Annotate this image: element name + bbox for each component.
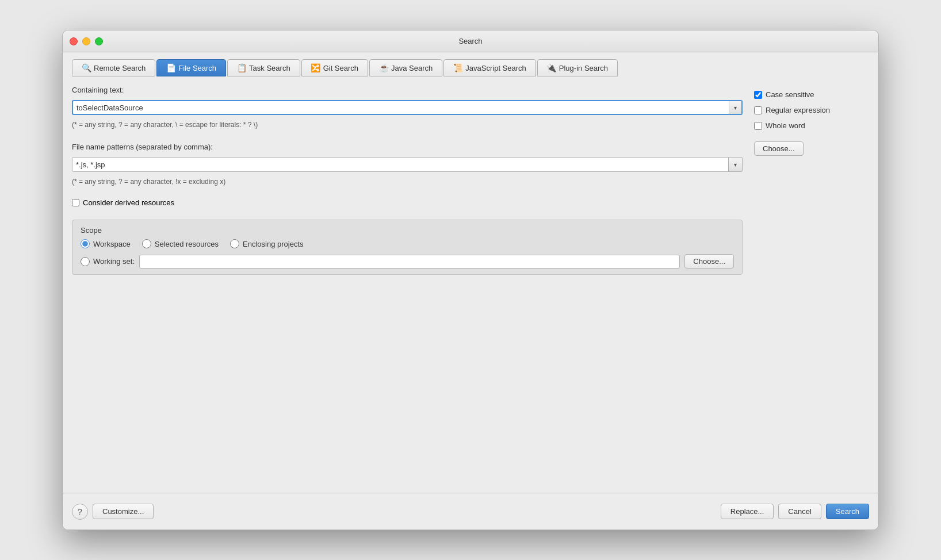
scope-radios: Workspace Selected resources Enclosing p… [81,239,734,248]
scope-working-set-radio-row: Working set: [81,257,135,266]
customize-button[interactable]: Customize... [93,504,154,519]
remote-search-icon: 🔍 [82,63,91,72]
titlebar: Search [63,30,878,52]
containing-text-input[interactable] [72,100,729,115]
scope-section: Scope Workspace Selected resources [72,220,743,275]
containing-text-row: ▾ [72,100,743,115]
tab-plugin-label: Plug-in Search [559,64,608,72]
tab-file-search[interactable]: 📄 File Search [156,59,226,76]
file-search-icon: 📄 [166,63,175,72]
tab-git-label: Git Search [323,64,358,72]
containing-text-label: Containing text: [72,86,743,94]
cancel-button[interactable]: Cancel [778,504,821,519]
regex-checkbox[interactable] [754,106,762,114]
tab-remote-search[interactable]: 🔍 Remote Search [72,59,155,76]
tab-java-label: Java Search [391,64,433,72]
tab-task-label: Task Search [249,64,290,72]
search-dialog: Search 🔍 Remote Search 📄 File Search 📋 T… [62,30,879,530]
tab-plugin-search[interactable]: 🔌 Plug-in Search [537,59,618,76]
working-set-label[interactable]: Working set: [93,257,135,266]
scope-selected-label[interactable]: Selected resources [155,240,219,248]
form-right: Case sensitive Regular expression Whole … [754,86,869,493]
traffic-lights [70,37,103,45]
replace-button[interactable]: Replace... [721,504,774,519]
scope-enclosing-radio[interactable] [230,239,239,248]
plugin-search-icon: 🔌 [547,63,556,72]
scope-enclosing-row: Enclosing projects [230,239,304,248]
whole-word-label[interactable]: Whole word [766,121,805,130]
working-set-input[interactable] [139,255,680,269]
scope-selected-row: Selected resources [142,239,219,248]
scope-enclosing-label[interactable]: Enclosing projects [243,240,304,248]
form-main: Containing text: ▾ (* = any string, ? = … [72,86,869,493]
whole-word-checkbox[interactable] [754,122,762,130]
tab-remote-label: Remote Search [94,64,146,72]
maximize-button[interactable] [95,37,103,45]
regex-label[interactable]: Regular expression [766,106,830,114]
js-search-icon: 📜 [453,63,462,72]
containing-text-hint: (* = any string, ? = any character, \ = … [72,121,743,129]
file-name-patterns-hint: (* = any string, ? = any character, !x =… [72,178,743,186]
scope-working-set-radio[interactable] [81,257,90,266]
window-title: Search [458,37,482,45]
dialog-content: 🔍 Remote Search 📄 File Search 📋 Task Sea… [63,52,878,493]
scope-workspace-radio[interactable] [81,239,90,248]
scope-selected-radio[interactable] [142,239,151,248]
scope-workspace-row: Workspace [81,239,131,248]
task-search-icon: 📋 [237,63,246,72]
tab-java-search[interactable]: ☕ Java Search [369,59,442,76]
file-name-patterns-input[interactable] [72,157,729,172]
consider-derived-checkbox[interactable] [72,199,79,206]
case-sensitive-checkbox[interactable] [754,91,762,99]
containing-text-dropdown[interactable]: ▾ [729,100,743,115]
tab-git-search[interactable]: 🔀 Git Search [301,59,368,76]
regex-row: Regular expression [754,106,869,114]
case-sensitive-label[interactable]: Case sensitive [766,90,814,99]
consider-derived-label[interactable]: Consider derived resources [83,198,174,207]
working-set-row: Working set: Choose... [81,254,734,269]
search-button[interactable]: Search [826,504,869,519]
scope-title: Scope [81,226,734,235]
tab-task-search[interactable]: 📋 Task Search [227,59,300,76]
file-name-patterns-row: ▾ [72,157,743,172]
close-button[interactable] [70,37,78,45]
bottom-bar: ? Customize... Replace... Cancel Search [63,493,878,530]
form-area: Containing text: ▾ (* = any string, ? = … [72,86,869,493]
help-button[interactable]: ? [72,504,88,520]
working-set-choose-button[interactable]: Choose... [684,254,734,269]
whole-word-row: Whole word [754,121,869,130]
file-name-patterns-dropdown[interactable]: ▾ [729,157,743,172]
tab-bar: 🔍 Remote Search 📄 File Search 📋 Task Sea… [72,59,869,76]
file-name-patterns-label: File name patterns (separated by comma): [72,143,743,151]
form-left: Containing text: ▾ (* = any string, ? = … [72,86,743,493]
file-patterns-choose-button[interactable]: Choose... [754,141,804,156]
case-sensitive-row: Case sensitive [754,90,869,99]
git-search-icon: 🔀 [311,63,320,72]
minimize-button[interactable] [82,37,90,45]
tab-js-label: JavaScript Search [465,64,526,72]
scope-workspace-label[interactable]: Workspace [93,240,131,248]
consider-derived-row: Consider derived resources [72,198,743,207]
tab-javascript-search[interactable]: 📜 JavaScript Search [443,59,536,76]
tab-file-label: File Search [178,64,216,72]
java-search-icon: ☕ [379,63,388,72]
